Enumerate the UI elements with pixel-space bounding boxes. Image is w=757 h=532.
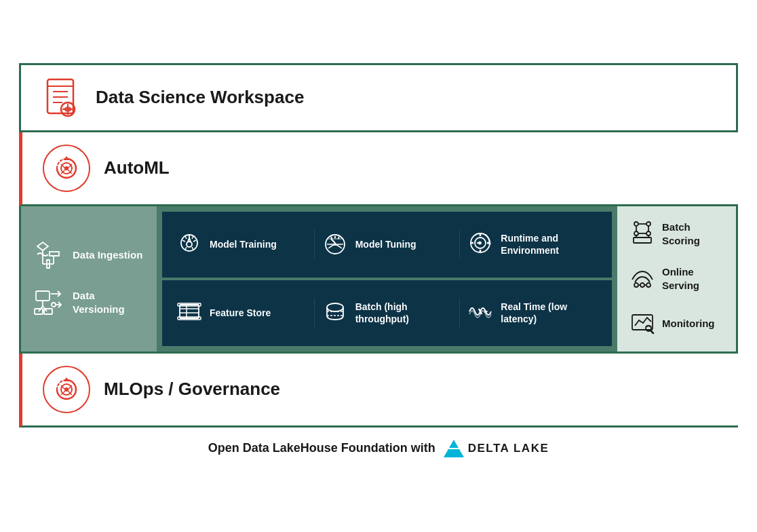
data-versioning-item: Data Versioning xyxy=(33,286,144,320)
monitoring-label: Monitoring xyxy=(662,317,714,330)
data-ingestion-item: Data Ingestion xyxy=(33,238,144,272)
automl-icon xyxy=(43,145,90,192)
main-container: Data Science Workspace AutoML xyxy=(19,63,738,470)
batch-label: Batch (high throughput) xyxy=(355,301,453,325)
data-versioning-label: Data Versioning xyxy=(73,289,144,316)
realtime-item: Real Time (low latency) xyxy=(460,298,605,328)
runtime-icon xyxy=(467,229,494,259)
data-ingestion-label: Data Ingestion xyxy=(73,248,142,262)
notebook-icon xyxy=(41,77,82,118)
delta-lake-text: DELTA LAKE xyxy=(468,442,549,455)
model-tuning-item: Model Tuning xyxy=(315,229,461,259)
center-row-1: Model Training xyxy=(162,212,612,278)
svg-point-62 xyxy=(640,283,644,287)
monitoring-icon xyxy=(629,309,655,338)
model-training-icon xyxy=(176,229,203,259)
center-panel: Model Training xyxy=(157,206,617,352)
right-panel: Batch Scoring Online Serving xyxy=(617,206,736,352)
svg-point-44 xyxy=(327,303,343,311)
model-training-item: Model Training xyxy=(169,229,315,259)
automl-title: AutoML xyxy=(104,157,170,178)
online-serving-icon xyxy=(629,265,655,293)
realtime-icon xyxy=(467,298,494,328)
delta-lake-logo: DELTA LAKE xyxy=(444,440,549,457)
mlops-title: MLOps / Governance xyxy=(104,379,280,400)
feature-store-item: Feature Store xyxy=(169,298,315,328)
runtime-label: Runtime and Environment xyxy=(501,232,598,256)
footer-section: Open Data LakeHouse Foundation with DELT… xyxy=(19,428,738,470)
mlops-section: MLOps / Governance xyxy=(19,354,738,428)
left-panel: Data Ingestion xyxy=(21,206,157,352)
middle-section: Data Ingestion xyxy=(19,206,738,354)
svg-point-63 xyxy=(646,283,651,287)
data-ingestion-icon xyxy=(33,238,64,272)
batch-item: Batch (high throughput) xyxy=(315,298,461,328)
model-training-label: Model Training xyxy=(210,238,277,250)
online-serving-label: Online Serving xyxy=(662,265,724,292)
svg-rect-16 xyxy=(36,291,50,301)
realtime-label: Real Time (low latency) xyxy=(501,301,598,325)
svg-rect-17 xyxy=(35,309,43,314)
svg-point-51 xyxy=(646,222,651,226)
workspace-section: Data Science Workspace xyxy=(19,63,738,132)
feature-store-label: Feature Store xyxy=(210,307,271,319)
feature-store-icon xyxy=(176,298,203,328)
svg-point-53 xyxy=(646,231,651,235)
svg-rect-58 xyxy=(634,238,651,243)
runtime-item: Runtime and Environment xyxy=(460,229,605,259)
footer-text: Open Data LakeHouse Foundation with xyxy=(208,441,435,455)
svg-line-25 xyxy=(331,239,335,243)
svg-rect-15 xyxy=(50,252,59,256)
model-tuning-label: Model Tuning xyxy=(355,238,416,250)
workspace-title: Data Science Workspace xyxy=(96,87,304,108)
batch-scoring-item: Batch Scoring xyxy=(625,213,728,255)
batch-scoring-label: Batch Scoring xyxy=(662,221,724,247)
data-versioning-icon xyxy=(33,286,64,320)
monitoring-item: Monitoring xyxy=(625,303,728,345)
online-serving-item: Online Serving xyxy=(625,258,728,300)
svg-line-68 xyxy=(651,330,653,333)
svg-rect-38 xyxy=(180,305,199,318)
svg-point-61 xyxy=(634,283,638,287)
batch-scoring-icon xyxy=(629,220,655,248)
batch-icon xyxy=(322,298,349,328)
svg-point-19 xyxy=(52,303,56,307)
svg-point-50 xyxy=(634,222,638,226)
mlops-icon xyxy=(43,366,90,413)
model-tuning-icon xyxy=(322,229,349,259)
svg-point-21 xyxy=(187,242,192,247)
center-row-2: Feature Store Batch (high throughput) xyxy=(162,280,612,346)
svg-point-52 xyxy=(634,231,638,235)
automl-section: AutoML xyxy=(19,132,738,206)
